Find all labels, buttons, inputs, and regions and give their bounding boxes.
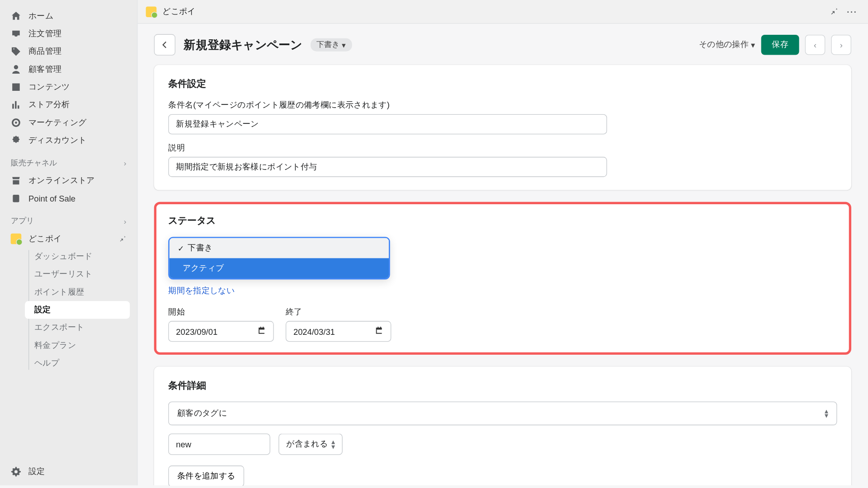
channel-online-store[interactable]: オンラインストア	[0, 172, 137, 189]
nav-main: ホーム 注文管理 商品管理 顧客管理 コンテンツ ストア分析	[0, 0, 137, 149]
check-icon: ✓	[178, 244, 184, 253]
condition-desc-label: 説明	[168, 143, 837, 154]
tag-icon	[11, 46, 22, 57]
more-actions-label: その他の操作	[699, 40, 749, 51]
app-icon	[11, 234, 22, 244]
nav-label: マーケティング	[28, 117, 87, 128]
status-dropdown[interactable]: ✓ 下書き アクティブ	[168, 237, 390, 280]
bars-icon	[11, 99, 22, 110]
nav-label: 商品管理	[28, 46, 61, 57]
no-period-link[interactable]: 期間を指定しない	[168, 286, 235, 295]
contains-select[interactable]: が含まれる ▴▾	[278, 434, 343, 455]
subnav-label: ヘルプ	[34, 358, 59, 367]
calendar-icon	[258, 327, 266, 337]
updown-icon: ▴▾	[825, 409, 828, 418]
channel-label: オンラインストア	[28, 175, 95, 186]
subnav-plan[interactable]: 料金プラン	[25, 337, 137, 354]
nav-label: 顧客管理	[28, 64, 61, 75]
subnav-userlist[interactable]: ユーザーリスト	[25, 266, 137, 283]
app-label: どこポイ	[28, 234, 61, 244]
nav-discounts[interactable]: ディスカウント	[0, 131, 137, 149]
back-button[interactable]	[154, 34, 175, 56]
more-icon[interactable]: ···	[847, 7, 857, 16]
condition-name-input[interactable]	[168, 114, 607, 135]
prev-button[interactable]: ‹	[805, 35, 826, 55]
subnav-label: ポイント履歴	[34, 287, 84, 296]
nav-label: ストア分析	[28, 99, 70, 110]
svg-rect-0	[13, 195, 19, 202]
card-heading: 条件詳細	[168, 380, 837, 393]
next-button[interactable]: ›	[831, 35, 852, 55]
option-label: アクティブ	[183, 263, 224, 274]
calendar-icon	[375, 327, 383, 337]
nav-customers[interactable]: 顧客管理	[0, 61, 137, 78]
tag-input[interactable]	[168, 434, 270, 455]
card-heading: 条件設定	[168, 78, 837, 91]
nav-orders[interactable]: 注文管理	[0, 25, 137, 42]
condition-name-label: 条件名(マイページのポイント履歴の備考欄に表示されます)	[168, 100, 837, 111]
subnav-point-history[interactable]: ポイント履歴	[25, 283, 137, 301]
more-actions-dropdown[interactable]: その他の操作 ▾	[699, 40, 755, 51]
gear-icon	[11, 466, 22, 477]
card-heading: ステータス	[168, 215, 837, 228]
person-icon	[11, 64, 22, 75]
pin-icon[interactable]	[118, 234, 126, 244]
subnav-label: 設定	[34, 305, 51, 314]
status-option-draft[interactable]: ✓ 下書き	[170, 238, 389, 258]
discount-icon	[11, 135, 22, 146]
start-date-input[interactable]: 2023/09/01	[168, 321, 274, 342]
status-badge[interactable]: 下書き ▾	[311, 38, 352, 52]
end-date-value: 2024/03/31	[293, 327, 335, 336]
subnav-help[interactable]: ヘルプ	[25, 354, 137, 372]
save-button[interactable]: 保存	[761, 35, 799, 55]
condition-desc-input[interactable]	[168, 157, 607, 178]
topbar-title: どこポイ	[162, 6, 195, 17]
apps-title: アプリ	[11, 216, 34, 226]
nav-label: 注文管理	[28, 28, 61, 39]
criteria-select[interactable]: 顧客のタグに ▴▾	[168, 402, 837, 425]
subnav-export[interactable]: エクスポート	[25, 319, 137, 337]
end-date-input[interactable]: 2024/03/31	[286, 321, 391, 342]
chevron-right-icon: ›	[124, 216, 127, 225]
nav-products[interactable]: 商品管理	[0, 42, 137, 60]
status-option-active[interactable]: アクティブ	[170, 258, 389, 279]
start-label: 開始	[168, 307, 274, 318]
channel-label: Point of Sale	[28, 194, 75, 203]
channel-pos[interactable]: Point of Sale	[0, 190, 137, 207]
sidebar: ホーム 注文管理 商品管理 顧客管理 コンテンツ ストア分析	[0, 0, 137, 485]
nav-label: ディスカウント	[28, 135, 87, 146]
main: どこポイ ··· 新規登録キャンペーン 下書き ▾	[137, 0, 868, 485]
image-icon	[11, 82, 22, 93]
badge-text: 下書き	[316, 40, 340, 51]
sidebar-apps-header[interactable]: アプリ ›	[0, 207, 137, 230]
nav-content[interactable]: コンテンツ	[0, 78, 137, 96]
page-header: 新規登録キャンペーン 下書き ▾ その他の操作 ▾ 保存 ‹ ›	[154, 34, 851, 56]
pin-icon[interactable]	[829, 6, 839, 17]
card-condition-detail: 条件詳細 顧客のタグに ▴▾ が含まれる ▴▾ 条件を追加する	[154, 367, 851, 485]
subnav-label: エクスポート	[34, 323, 84, 332]
subnav-label: ダッシュボード	[34, 252, 93, 261]
channels-title: 販売チャネル	[11, 158, 57, 169]
caret-down-icon: ▾	[342, 41, 346, 50]
add-condition-button[interactable]: 条件を追加する	[168, 466, 244, 485]
target-icon	[11, 117, 22, 128]
card-status: ステータス ✓ 下書き アクティブ 期間を指定しない	[154, 202, 851, 355]
subnav-dashboard[interactable]: ダッシュボード	[25, 248, 137, 265]
nav-analytics[interactable]: ストア分析	[0, 96, 137, 113]
subnav-label: 料金プラン	[34, 341, 76, 350]
subnav-settings[interactable]: 設定	[25, 301, 130, 319]
nav-home[interactable]: ホーム	[0, 7, 137, 25]
criteria-select-value: 顧客のタグに	[177, 408, 227, 419]
end-label: 終了	[286, 307, 391, 318]
sidebar-channels-header[interactable]: 販売チャネル ›	[0, 149, 137, 172]
subnav-label: ユーザーリスト	[34, 270, 93, 279]
nav-marketing[interactable]: マーケティング	[0, 114, 137, 131]
nav-label: コンテンツ	[28, 82, 70, 93]
sidebar-app-dokopoi[interactable]: どこポイ	[0, 230, 137, 248]
store-icon	[11, 175, 22, 186]
contains-value: が含まれる	[286, 439, 328, 450]
card-conditions: 条件設定 条件名(マイページのポイント履歴の備考欄に表示されます) 説明	[154, 65, 851, 190]
chevron-right-icon: ›	[124, 159, 127, 168]
caret-down-icon: ▾	[751, 40, 755, 50]
sidebar-footer-settings[interactable]: 設定	[0, 458, 137, 485]
